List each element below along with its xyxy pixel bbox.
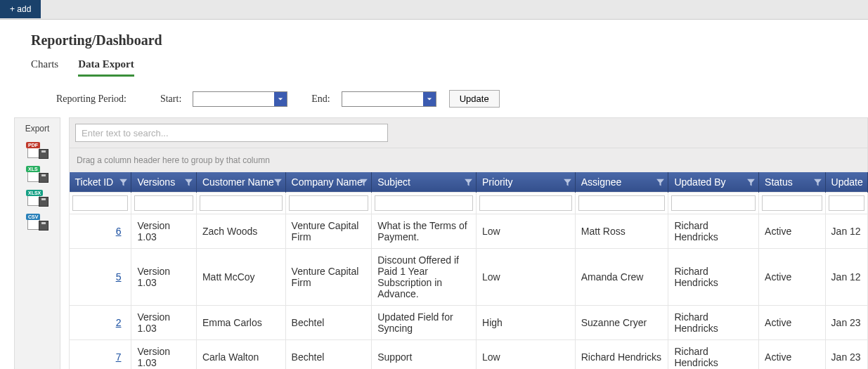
tabs: Charts Data Export [14,56,868,77]
cell-subject: Updated Field for Syncing [372,306,477,340]
filter-updated[interactable] [829,195,864,211]
data-grid: Ticket ID Versions Customer Name Company… [69,172,868,369]
export-pdf-button[interactable]: PDF [26,142,48,159]
update-button[interactable]: Update [449,90,500,108]
cell-priority: Low [477,214,576,249]
col-header-ticket-id[interactable]: Ticket ID [70,172,131,193]
group-by-hint[interactable]: Drag a column header here to group by th… [69,148,868,172]
export-label: Export [25,124,50,134]
filter-ticket-id[interactable] [72,195,128,211]
cell-version: Version 1.03 [131,214,196,249]
table-row: 6 Version 1.03 Zach Woods Venture Capita… [70,214,868,249]
cell-company: Bechtel [285,306,372,340]
cell-status: Active [759,340,825,370]
col-header-subject[interactable]: Subject [372,172,477,193]
col-header-updated-by[interactable]: Updated By [668,172,759,193]
tab-data-export[interactable]: Data Export [78,56,134,77]
cell-subject: What is the Terms of Payment. [372,214,477,249]
filter-icon[interactable] [184,178,193,187]
filter-icon[interactable] [656,178,665,187]
col-header-assignee[interactable]: Assignee [575,172,668,193]
filter-customer[interactable] [200,195,283,211]
reporting-period-label: Reporting Period: [56,93,127,105]
cell-updated: Jan 12 [825,249,867,306]
search-input[interactable] [75,124,388,142]
filter-icon[interactable] [813,178,822,187]
ticket-link[interactable]: 6 [75,226,125,237]
col-header-priority[interactable]: Priority [477,172,576,193]
chevron-down-icon [423,92,436,106]
cell-priority: High [477,306,576,340]
tab-charts[interactable]: Charts [31,56,58,77]
filter-assignee[interactable] [578,195,666,211]
cell-updated-by: Richard Hendricks [668,249,759,306]
cell-assignee: Suzanne Cryer [575,306,668,340]
cell-company: Venture Capital Firm [285,249,372,306]
export-panel: Export PDF XLS XLSX CSV [14,117,60,369]
table-row: 5 Version 1.03 Matt McCoy Venture Capita… [70,249,868,306]
cell-updated-by: Richard Hendricks [668,306,759,340]
filter-icon[interactable] [746,178,756,187]
export-csv-button[interactable]: CSV [26,214,48,231]
filter-versions[interactable] [134,195,193,211]
end-label: End: [311,93,330,105]
cell-status: Active [759,214,825,249]
start-date-select[interactable] [193,91,287,107]
cell-updated-by: Richard Hendricks [668,340,759,370]
cell-customer: Carla Walton [196,340,285,370]
cell-status: Active [759,249,825,306]
filter-company[interactable] [289,195,369,211]
table-row: 2 Version 1.03 Emma Carlos Bechtel Updat… [70,306,868,340]
export-xlsx-button[interactable]: XLSX [26,190,48,207]
top-bar: + add [0,0,868,20]
reporting-period-filter: Reporting Period: Start: End: Update [14,77,868,117]
filter-icon[interactable] [464,178,473,187]
start-label: Start: [160,93,181,105]
ticket-link[interactable]: 5 [75,271,125,283]
col-header-company[interactable]: Company Name [285,172,372,193]
cell-subject: Support [372,340,477,370]
page-title: Reporting/Dashboard [14,20,868,56]
cell-version: Version 1.03 [131,249,196,306]
cell-assignee: Richard Hendricks [575,340,668,370]
column-filter-row [70,193,868,214]
cell-subject: Discount Offered if Paid 1 Year Subscrip… [372,249,477,306]
filter-icon[interactable] [273,178,283,187]
filter-icon[interactable] [359,178,368,187]
cell-company: Venture Capital Firm [285,214,372,249]
table-row: 7 Version 1.03 Carla Walton Bechtel Supp… [70,340,868,370]
cell-customer: Matt McCoy [196,249,285,306]
col-header-customer[interactable]: Customer Name [196,172,285,193]
filter-icon[interactable] [563,178,572,187]
ticket-link[interactable]: 2 [75,317,125,328]
add-tab-button[interactable]: + add [0,0,41,18]
filter-updated-by[interactable] [671,195,756,211]
filter-status[interactable] [762,195,822,211]
cell-version: Version 1.03 [131,306,196,340]
cell-updated: Jan 23 [825,340,867,370]
filter-subject[interactable] [375,195,473,211]
cell-customer: Zach Woods [196,214,285,249]
col-header-versions[interactable]: Versions [131,172,196,193]
cell-assignee: Amanda Crew [575,249,668,306]
cell-updated: Jan 23 [825,306,867,340]
col-header-updated[interactable]: Update [825,172,867,193]
chevron-down-icon [274,92,287,106]
cell-status: Active [759,306,825,340]
ticket-link[interactable]: 7 [75,351,125,363]
cell-priority: Low [477,249,576,306]
cell-company: Bechtel [285,340,372,370]
cell-updated-by: Richard Hendricks [668,214,759,249]
cell-assignee: Matt Ross [575,214,668,249]
search-wrap [69,117,868,148]
end-date-select[interactable] [342,91,436,107]
cell-updated: Jan 12 [825,214,867,249]
export-xls-button[interactable]: XLS [26,166,48,183]
cell-customer: Emma Carlos [196,306,285,340]
col-header-status[interactable]: Status [759,172,825,193]
cell-priority: Low [477,340,576,370]
filter-priority[interactable] [479,195,572,211]
cell-version: Version 1.03 [131,340,196,370]
filter-icon[interactable] [119,178,128,187]
